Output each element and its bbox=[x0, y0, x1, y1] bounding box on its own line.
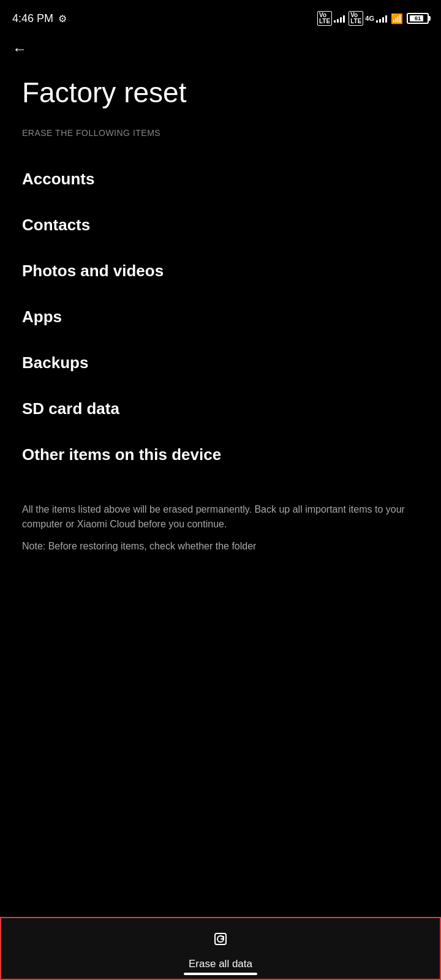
erase-all-data-button[interactable]: Erase all data bbox=[0, 917, 441, 980]
status-time: 4:46 PM bbox=[12, 12, 53, 25]
note-text: Note: Before restoring items, check whet… bbox=[22, 539, 419, 554]
signal-bar bbox=[337, 19, 339, 23]
section-header: ERASE THE FOLLOWING ITEMS bbox=[0, 128, 441, 156]
erase-svg-icon bbox=[211, 929, 230, 949]
signal-bar bbox=[343, 15, 345, 23]
signal-bar bbox=[334, 20, 336, 23]
status-bar: 4:46 PM ⚙ VoLTE VoLTE 4G 📶 bbox=[0, 0, 441, 34]
battery-container: 61 bbox=[407, 13, 429, 24]
home-indicator bbox=[184, 973, 257, 975]
signal-bars-2 bbox=[376, 14, 387, 23]
erase-all-data-label: Erase all data bbox=[189, 958, 252, 970]
gear-icon: ⚙ bbox=[58, 13, 67, 24]
network-4g: 4G bbox=[365, 15, 374, 22]
nav-bar: ← bbox=[0, 34, 441, 70]
signal-bar bbox=[376, 20, 378, 23]
battery-tip bbox=[429, 16, 431, 21]
back-button[interactable]: ← bbox=[12, 40, 27, 57]
signal-block-1: VoLTE bbox=[317, 11, 345, 26]
erase-item-photos-videos: Photos and videos bbox=[22, 248, 419, 294]
volte-badge-2: VoLTE bbox=[349, 11, 363, 26]
signal-block-2: VoLTE 4G bbox=[349, 11, 387, 26]
erase-item-other: Other items on this device bbox=[22, 432, 419, 478]
status-left: 4:46 PM ⚙ bbox=[12, 12, 67, 25]
erase-icon bbox=[211, 929, 230, 953]
erase-item-backups: Backups bbox=[22, 340, 419, 386]
page-title: Factory reset bbox=[0, 70, 441, 128]
erase-item-contacts: Contacts bbox=[22, 202, 419, 248]
signal-bar bbox=[385, 15, 387, 23]
wifi-icon: 📶 bbox=[391, 13, 403, 24]
battery-area: 61 bbox=[407, 13, 429, 24]
volte-badge-1: VoLTE bbox=[317, 11, 332, 26]
erase-item-accounts: Accounts bbox=[22, 156, 419, 202]
disclaimer-text: All the items listed above will be erase… bbox=[22, 502, 419, 532]
erase-items-list: Accounts Contacts Photos and videos Apps… bbox=[0, 156, 441, 478]
signal-bar bbox=[340, 17, 342, 23]
signal-bars-1 bbox=[334, 14, 345, 23]
disclaimer-section: All the items listed above will be erase… bbox=[0, 478, 441, 566]
status-right: VoLTE VoLTE 4G 📶 61 bbox=[317, 11, 429, 26]
erase-item-sd-card: SD card data bbox=[22, 386, 419, 432]
signal-bar bbox=[382, 17, 384, 23]
battery-text: 61 bbox=[415, 15, 421, 21]
signal-bar bbox=[379, 19, 381, 23]
erase-item-apps: Apps bbox=[22, 294, 419, 340]
